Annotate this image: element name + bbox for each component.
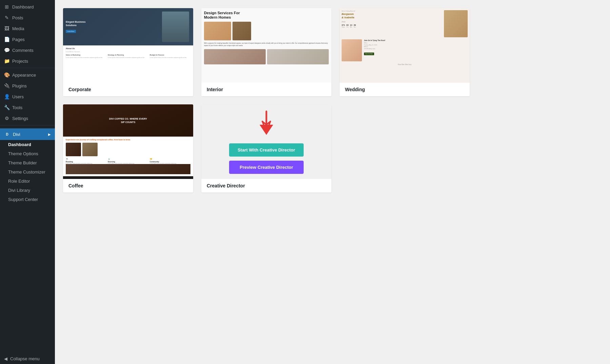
sidebar-item-media[interactable]: 🖼 Media: [0, 23, 55, 34]
coffee-hero: DIVI COFFEE CO. WHERE EVERYSIP COUNTS: [63, 104, 193, 137]
corporate-hero-image: [162, 12, 189, 42]
start-creative-director-button[interactable]: Start With Creative Director: [229, 143, 304, 157]
theme-card-corporate[interactable]: Elegant BusinessSolutions Learn More Abo…: [63, 8, 193, 96]
coffee-image-2: [82, 143, 98, 156]
pages-icon: 📄: [4, 37, 9, 42]
appearance-icon: 🎨: [4, 72, 9, 78]
wedding-couple-image: [444, 10, 468, 37]
sidebar-item-dashboard[interactable]: ⊞ Dashboard: [0, 1, 55, 12]
theme-name-coffee: Coffee: [63, 179, 193, 193]
main-content: Elegant BusinessSolutions Learn More Abo…: [55, 0, 610, 364]
sidebar-item-divi-library[interactable]: Divi Library: [0, 186, 55, 195]
theme-preview-corporate: Elegant BusinessSolutions Learn More Abo…: [63, 8, 193, 83]
comments-icon: 💬: [4, 47, 9, 53]
sidebar-item-posts[interactable]: ✎ Posts: [0, 12, 55, 23]
sidebar-item-divi[interactable]: D Divi ▶: [0, 128, 55, 140]
theme-name-corporate: Corporate: [63, 83, 193, 96]
sidebar-item-divi-dashboard[interactable]: Dashboard: [0, 140, 55, 149]
sidebar-item-users[interactable]: 👤 Users: [0, 91, 55, 102]
sidebar-item-settings[interactable]: ⚙ Settings: [0, 113, 55, 124]
theme-card-creative-director[interactable]: Start With Creative Director Preview Cre…: [201, 104, 331, 193]
posts-icon: ✎: [4, 15, 9, 20]
collapse-menu-button[interactable]: ◀ Collapse menu: [0, 353, 55, 364]
corporate-hero: Elegant BusinessSolutions Learn More: [63, 8, 193, 45]
theme-grid: Elegant BusinessSolutions Learn More Abo…: [63, 8, 470, 193]
interior-bottom-image-1: [204, 49, 266, 64]
sidebar-item-projects[interactable]: 📁 Projects: [0, 56, 55, 66]
divi-icon: D: [4, 131, 10, 137]
interior-main-image: [204, 22, 231, 40]
sidebar-item-theme-options[interactable]: Theme Options: [0, 149, 55, 158]
interior-bottom-image-2: [267, 49, 329, 64]
sidebar-item-tools[interactable]: 🔧 Tools: [0, 102, 55, 113]
sidebar: ⊞ Dashboard ✎ Posts 🖼 Media 📄 Pages 💬 Co…: [0, 0, 55, 364]
corporate-bottom: About Us Lead. Achive. Succeed. Sales & …: [63, 45, 193, 83]
projects-icon: 📁: [4, 58, 9, 64]
divi-chevron-icon: ▶: [48, 133, 51, 136]
dashboard-icon: ⊞: [4, 4, 9, 9]
theme-name-interior: Interior: [201, 83, 331, 96]
corp-cta: Learn More: [66, 30, 76, 33]
theme-preview-coffee: DIVI COFFEE CO. WHERE EVERYSIP COUNTS Ex…: [63, 104, 193, 179]
theme-preview-wedding: We're Getting Married! Benjamin& Isabell…: [340, 8, 470, 83]
coffee-image-1: [66, 143, 81, 156]
sidebar-item-appearance[interactable]: 🎨 Appearance: [0, 69, 55, 80]
theme-preview-interior: Design Services ForModern Homes With a p…: [201, 8, 331, 83]
sidebar-item-plugins[interactable]: 🔌 Plugins: [0, 80, 55, 91]
sidebar-item-theme-customizer[interactable]: Theme Customizer: [0, 167, 55, 177]
divi-submenu: Dashboard Theme Options Theme Builder Th…: [0, 140, 55, 204]
wedding-footer-text: How Ben Met Izzy: [342, 63, 468, 65]
sidebar-item-theme-builder[interactable]: Theme Builder: [0, 158, 55, 167]
plugins-icon: 🔌: [4, 83, 9, 88]
theme-card-interior[interactable]: Design Services ForModern Homes With a p…: [201, 8, 331, 96]
sidebar-item-comments[interactable]: 💬 Comments: [0, 45, 55, 56]
media-icon: 🖼: [4, 26, 9, 31]
preview-creative-director-button[interactable]: Preview Creative Director: [229, 161, 304, 174]
coffee-bottom-image: [66, 164, 190, 174]
theme-name-creative-director: Creative Director: [201, 179, 331, 193]
sidebar-item-pages[interactable]: 📄 Pages: [0, 34, 55, 45]
sidebar-item-support-center[interactable]: Support Center: [0, 195, 55, 204]
theme-card-coffee[interactable]: DIVI COFFEE CO. WHERE EVERYSIP COUNTS Ex…: [63, 104, 193, 193]
wedding-ceremony-image: [342, 39, 362, 61]
svg-marker-2: [260, 125, 273, 135]
tools-icon: 🔧: [4, 105, 9, 110]
collapse-icon: ◀: [4, 356, 7, 361]
settings-icon: ⚙: [4, 116, 9, 121]
theme-card-wedding[interactable]: We're Getting Married! Benjamin& Isabell…: [340, 8, 470, 96]
sidebar-item-role-editor[interactable]: Role Editor: [0, 177, 55, 186]
interior-small-image: [232, 22, 251, 40]
theme-preview-creative: Start With Creative Director Preview Cre…: [201, 104, 331, 179]
theme-name-wedding: Wedding: [340, 83, 470, 96]
users-icon: 👤: [4, 94, 9, 99]
creative-director-arrow-icon: [256, 109, 277, 139]
